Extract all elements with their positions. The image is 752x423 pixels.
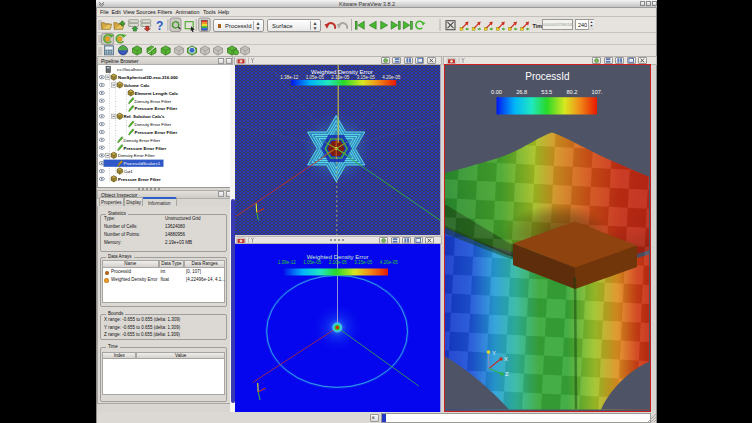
svg-text:Element Length Calc: Element Length Calc [135,91,179,96]
svg-text:1.39e-12: 1.39e-12 [278,260,297,265]
svg-text:ProcessIdScalars1: ProcessIdScalars1 [124,161,161,166]
svg-text:Ref. Solution Calc's: Ref. Solution Calc's [124,114,166,119]
svg-text:0.00: 0.00 [491,89,502,95]
svg-text:Pressure Error Filter: Pressure Error Filter [135,130,178,135]
svg-text:Pressure Error Filter: Pressure Error Filter [118,177,161,182]
svg-text:26.8: 26.8 [516,89,527,95]
svg-text:Y: Y [491,350,495,356]
svg-text:2.10e-05: 2.10e-05 [331,74,350,79]
svg-text:Density Error Filter: Density Error Filter [135,122,172,127]
svg-text:80.2: 80.2 [566,89,577,95]
svg-text:1.05e-05: 1.05e-05 [303,260,322,265]
svg-text:Pressure Error Filter: Pressure Error Filter [124,146,167,151]
svg-text:53.5: 53.5 [541,89,552,95]
svg-text:?: ? [156,19,163,33]
svg-text:Pressure Error Filter: Pressure Error Filter [135,106,178,111]
svg-text:NonSpherical3D.exo.216.000: NonSpherical3D.exo.216.000 [118,75,178,80]
svg-text:Volume Calc: Volume Calc [124,83,151,88]
svg-text:Z: Z [504,371,508,377]
svg-text:Cut1: Cut1 [124,169,134,174]
svg-text:ProcessId: ProcessId [525,71,569,82]
svg-text:4.20e-05: 4.20e-05 [382,74,401,79]
svg-text:1.38e-12: 1.38e-12 [280,74,299,79]
svg-text:1.05e-05: 1.05e-05 [306,74,325,79]
svg-text:Density Error Filter: Density Error Filter [135,99,172,104]
svg-text:3.15e-05: 3.15e-05 [354,260,373,265]
svg-text:4.20e-05: 4.20e-05 [380,260,399,265]
svg-text:Density Error Filter: Density Error Filter [124,138,161,143]
svg-text:3.15e-05: 3.15e-05 [357,74,376,79]
svg-text:107.: 107. [591,89,602,95]
svg-text:2.10e-05: 2.10e-05 [329,260,348,265]
svg-text:X: X [503,356,507,362]
svg-text:Density Error Filter: Density Error Filter [118,153,155,158]
svg-text:cs://localhost: cs://localhost [117,67,143,72]
